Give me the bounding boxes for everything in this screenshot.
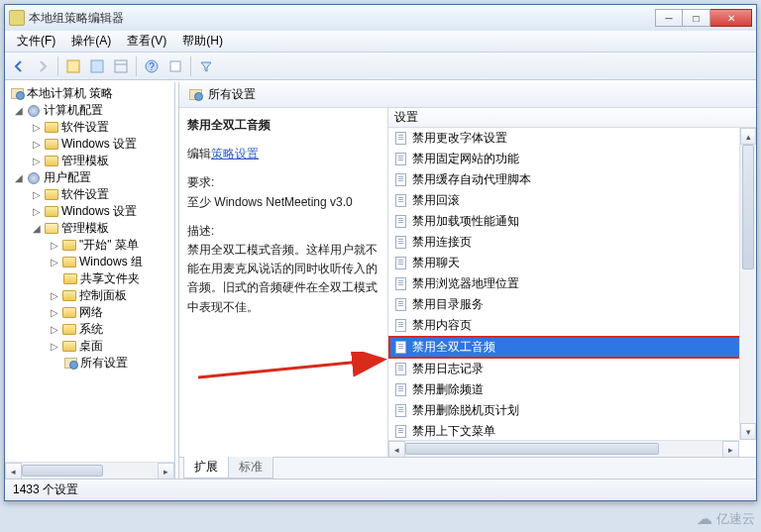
setting-icon [392,363,408,376]
folder-icon [45,156,58,166]
edit-policy-link[interactable]: 策略设置 [211,147,259,160]
tree-item[interactable]: 软件设置 [61,119,109,136]
user-config-icon [28,172,40,184]
expand-icon[interactable]: ▷ [49,341,59,352]
list-item[interactable]: 禁用删除脱机页计划 [388,400,756,421]
help-icon[interactable]: ? [141,55,163,77]
tab-standard[interactable]: 标准 [228,457,273,479]
setting-icon [392,173,408,187]
tree-item[interactable]: 共享文件夹 [80,270,140,287]
setting-icon [392,277,408,291]
expand-icon[interactable]: ▷ [49,290,59,301]
column-header[interactable]: 设置 [388,108,756,128]
expand-icon[interactable]: ▷ [31,139,42,150]
maximize-button[interactable]: □ [683,9,710,27]
tree-all-settings[interactable]: 所有设置 [80,355,128,372]
app-window: 本地组策略编辑器 ─ □ ✕ 文件(F) 操作(A) 查看(V) 帮助(H) ?… [4,4,757,501]
tree-user-config[interactable]: 用户配置 [44,169,91,186]
list-view-icon[interactable] [86,55,108,77]
expand-icon[interactable]: ▷ [49,324,59,335]
folder-icon [45,122,58,133]
folder-icon [62,307,76,318]
expand-icon[interactable]: ▷ [31,122,42,133]
expand-icon[interactable]: ▷ [31,156,42,166]
setting-icon [392,425,408,439]
tree-item[interactable]: 控制面板 [79,287,127,304]
list-item[interactable]: 禁用删除频道 [388,379,756,400]
header-icon [189,89,202,100]
list-item[interactable]: 禁用回滚 [388,190,756,211]
computer-config-icon [28,105,40,117]
tree-computer-config[interactable]: 计算机配置 [44,102,103,119]
back-button[interactable] [8,55,30,77]
requirements-text: 至少 Windows NetMeeting v3.0 [187,193,378,212]
status-bar: 1433 个设置 [5,479,756,500]
tree-item[interactable]: Windows 设置 [61,203,137,220]
properties-icon[interactable] [164,55,186,77]
list-item[interactable]: 禁用连接页 [388,232,756,253]
collapse-icon[interactable]: ◢ [31,223,42,234]
menubar: 文件(F) 操作(A) 查看(V) 帮助(H) [5,31,756,53]
show-hide-icon[interactable] [110,55,132,77]
forward-button[interactable] [32,55,54,77]
folder-icon [62,290,76,301]
list-item[interactable]: 禁用上下文菜单 [388,421,756,442]
list-item[interactable]: 禁用全双工音频 [388,336,756,359]
tab-extended[interactable]: 扩展 [183,457,229,479]
scroll-down-button[interactable]: ▾ [740,423,756,440]
menu-action[interactable]: 操作(A) [63,31,119,52]
setting-title: 禁用全双工音频 [187,116,378,135]
tree-item[interactable]: Windows 组 [79,254,143,270]
filter-icon[interactable] [195,55,217,77]
minimize-button[interactable]: ─ [655,9,683,27]
expand-icon[interactable]: ▷ [49,240,59,251]
settings-list: 设置 禁用更改字体设置禁用固定网站的功能禁用缓存自动代理脚本禁用回滚禁用加载项性… [387,108,756,457]
list-item[interactable]: 禁用加载项性能通知 [388,211,756,232]
h-scrollbar[interactable]: ◂▸ [388,440,739,457]
details-view-icon[interactable] [62,55,84,77]
menu-view[interactable]: 查看(V) [119,31,174,52]
tree-item[interactable]: "开始" 菜单 [79,237,139,254]
expand-icon[interactable]: ▷ [49,257,59,267]
list-item[interactable]: 禁用聊天 [388,253,756,273]
list-item[interactable]: 禁用缓存自动代理脚本 [388,169,756,190]
setting-icon [392,194,408,208]
svg-rect-2 [115,60,127,72]
tree-item[interactable]: Windows 设置 [61,136,137,153]
menu-file[interactable]: 文件(F) [9,31,63,52]
menu-help[interactable]: 帮助(H) [174,31,231,52]
expand-icon[interactable]: ▷ [31,206,42,217]
tree-item[interactable]: 管理模板 [61,153,109,169]
list-item[interactable]: 禁用目录服务 [388,294,756,315]
info-pane: 禁用全双工音频 编辑策略设置 要求: 至少 Windows NetMeeting… [179,108,387,457]
list-item[interactable]: 禁用浏览器地理位置 [388,273,756,294]
tree-item[interactable]: 桌面 [79,338,103,355]
folder-icon [45,206,58,217]
list-item[interactable]: 禁用内容页 [388,315,756,336]
setting-icon [392,298,408,312]
scroll-thumb[interactable] [742,145,754,269]
tree-item[interactable]: 系统 [79,321,103,338]
collapse-icon[interactable]: ◢ [13,172,24,183]
tree-item[interactable]: 管理模板 [61,220,109,237]
close-button[interactable]: ✕ [710,9,752,27]
expand-icon[interactable]: ▷ [49,307,59,318]
list-item[interactable]: 禁用日志记录 [388,359,756,379]
status-text: 1433 个设置 [13,481,78,498]
tree-item[interactable]: 网络 [79,304,103,321]
setting-icon [392,383,408,397]
scroll-up-button[interactable]: ▴ [740,128,756,145]
tree-view[interactable]: 本地计算机 策略 ◢计算机配置 ▷软件设置 ▷Windows 设置 ▷管理模板 … [5,82,175,479]
list-item[interactable]: 禁用固定网站的功能 [388,149,756,169]
tree-item[interactable]: 软件设置 [61,186,109,203]
tree-h-scrollbar[interactable]: ◂▸ [5,462,174,479]
setting-icon [392,132,408,146]
expand-icon[interactable]: ▷ [31,189,42,200]
v-scrollbar[interactable]: ▴ ▾ [739,128,756,440]
list-item[interactable]: 禁用更改字体设置 [388,128,756,149]
collapse-icon[interactable]: ◢ [13,105,24,116]
requirements-label: 要求: [187,173,378,192]
folder-icon [62,257,76,267]
folder-icon [62,240,76,251]
tree-root[interactable]: 本地计算机 策略 [27,85,113,102]
